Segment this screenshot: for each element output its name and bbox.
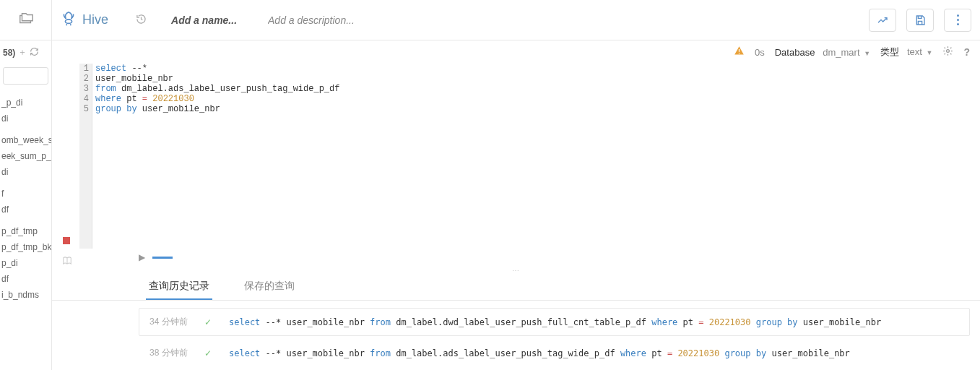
sidebar-item[interactable]: omb_week_s xyxy=(0,132,51,148)
sidebar-item[interactable]: df xyxy=(0,271,51,287)
sidebar-item[interactable] xyxy=(0,180,51,186)
tab-saved-queries[interactable]: 保存的查询 xyxy=(241,274,298,300)
query-name-input[interactable] xyxy=(171,14,258,26)
history-sql: select --* user_mobile_nbr from dm_label… xyxy=(229,348,850,358)
hive-icon xyxy=(61,11,77,29)
more-menu-button[interactable] xyxy=(944,9,971,32)
sidebar-item[interactable]: df xyxy=(0,202,51,218)
sidebar-table-list: _p_di di omb_week_s eek_sum_p_( di f df … xyxy=(0,87,51,304)
sidebar-item[interactable]: _p_di xyxy=(0,95,51,111)
svg-point-3 xyxy=(947,50,950,53)
check-icon: ✓ xyxy=(204,317,214,327)
sidebar-item[interactable]: eek_sum_p_( xyxy=(0,148,51,164)
code-editor[interactable]: 1 2 3 4 5 select --*user_mobile_nbrfrom … xyxy=(79,64,980,249)
history-time: 38 分钟前 xyxy=(149,347,190,359)
history-row[interactable]: 38 分钟前 ✓ select --* user_mobile_nbr from… xyxy=(139,339,970,367)
chart-button[interactable] xyxy=(869,9,896,32)
type-selector[interactable]: 类型 text ▼ xyxy=(880,46,932,59)
sidebar-item[interactable]: di xyxy=(0,164,51,180)
warning-icon[interactable] xyxy=(734,46,745,59)
sidebar-header: 58) ＋ xyxy=(0,40,51,64)
progress-underline xyxy=(152,257,173,259)
query-desc-input[interactable] xyxy=(268,14,412,26)
refresh-icon[interactable] xyxy=(30,47,39,59)
editor-margin xyxy=(52,64,79,249)
sidebar-item[interactable]: f xyxy=(0,186,51,202)
sidebar-item[interactable] xyxy=(0,126,51,132)
main-panel: Hive 0s Database xyxy=(52,0,980,370)
topbar: Hive xyxy=(52,0,980,40)
sidebar-item[interactable]: di xyxy=(0,111,51,126)
hive-title: Hive xyxy=(82,12,108,27)
status-bar: 0s Database dm_mart ▼ 类型 text ▼ ? xyxy=(52,40,980,64)
svg-point-0 xyxy=(65,20,71,23)
folder-icon-container xyxy=(0,0,51,40)
hive-brand: Hive xyxy=(61,11,108,29)
sidebar-item[interactable]: p_df_tmp_bk xyxy=(0,239,51,255)
sidebar-item[interactable]: i_b_ndms xyxy=(0,287,51,303)
chevron-down-icon: ▼ xyxy=(927,49,933,56)
history-row[interactable]: 34 分钟前 ✓ select --* user_mobile_nbr from… xyxy=(139,308,970,336)
play-icon[interactable]: ▶ xyxy=(139,252,145,262)
plus-icon[interactable]: ＋ xyxy=(18,46,27,59)
code-content[interactable]: select --*user_mobile_nbrfrom dm_label.a… xyxy=(92,64,342,249)
run-bar: ▶ xyxy=(52,249,980,266)
chevron-down-icon: ▼ xyxy=(864,50,870,57)
sidebar-search-input[interactable] xyxy=(3,67,48,85)
sidebar-item[interactable]: p_df_tmp xyxy=(0,223,51,239)
duration-label: 0s xyxy=(755,47,765,58)
tab-query-history[interactable]: 查询历史记录 xyxy=(146,274,212,300)
book-icon[interactable] xyxy=(62,256,72,268)
sidebar-item[interactable] xyxy=(0,89,51,95)
check-icon: ✓ xyxy=(204,348,214,358)
database-selector[interactable]: Database dm_mart ▼ xyxy=(775,47,870,58)
folder-icon[interactable] xyxy=(18,11,34,29)
editor-area: 1 2 3 4 5 select --*user_mobile_nbrfrom … xyxy=(52,64,980,249)
sidebar-item[interactable]: p_di xyxy=(0,255,51,271)
history-icon[interactable] xyxy=(136,14,147,27)
left-sidebar: 58) ＋ _p_di di omb_week_s eek_sum_p_( di… xyxy=(0,0,52,370)
history-time: 34 分钟前 xyxy=(149,316,190,328)
sidebar-count: 58) xyxy=(3,48,15,58)
sidebar-item[interactable] xyxy=(0,218,51,223)
result-tabs: 查询历史记录 保存的查询 xyxy=(52,275,980,301)
svg-rect-1 xyxy=(739,49,740,52)
help-icon[interactable]: ? xyxy=(963,46,970,58)
gear-icon[interactable] xyxy=(942,46,953,59)
svg-rect-2 xyxy=(739,53,740,53)
save-button[interactable] xyxy=(906,9,934,32)
history-sql: select --* user_mobile_nbr from dm_label… xyxy=(229,317,881,327)
line-number-gutter: 1 2 3 4 5 xyxy=(79,64,92,249)
stop-marker-icon[interactable] xyxy=(63,237,70,244)
history-list: 34 分钟前 ✓ select --* user_mobile_nbr from… xyxy=(52,301,980,370)
